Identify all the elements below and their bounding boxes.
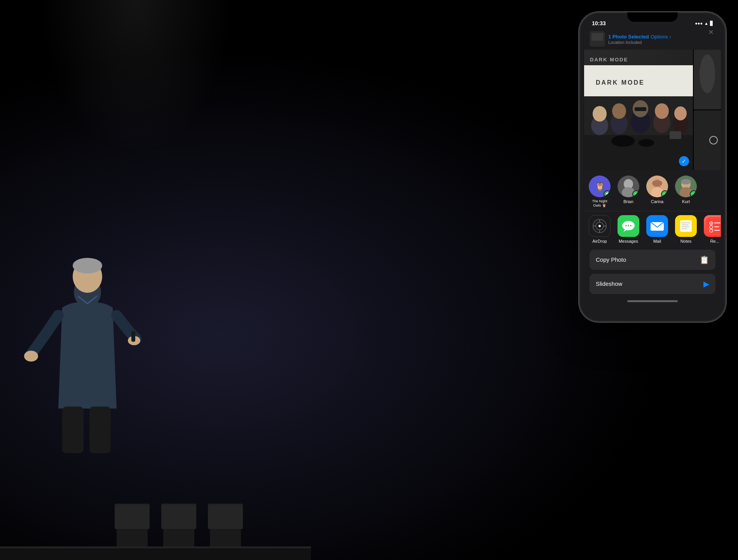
- app-label-mail: Mail: [653, 239, 661, 243]
- status-time: 10:33: [592, 20, 606, 26]
- contact-badge-kurt: ✉: [690, 190, 697, 197]
- copy-icon: 📋: [700, 255, 709, 264]
- svg-point-67: [630, 225, 632, 226]
- share-header: 1 Photo Selected Options › Location Incl…: [584, 28, 721, 50]
- stage-furniture: [0, 447, 311, 560]
- svg-point-1: [24, 351, 38, 362]
- svg-rect-81: [714, 226, 719, 227]
- app-airdrop[interactable]: AirDrop: [588, 215, 611, 243]
- app-label-messages: Messages: [619, 239, 638, 243]
- svg-rect-14: [161, 506, 196, 529]
- contact-name-brian: Brian: [623, 199, 633, 204]
- svg-rect-75: [682, 228, 687, 229]
- wifi-icon: ▲: [704, 21, 708, 26]
- svg-rect-74: [682, 226, 689, 227]
- svg-point-78: [711, 223, 712, 224]
- contact-badge-night-owls: 💬: [604, 190, 611, 197]
- svg-rect-6: [62, 407, 84, 453]
- svg-point-61: [598, 225, 601, 227]
- slideshow-button[interactable]: Slideshow ▶: [590, 274, 715, 294]
- svg-rect-73: [682, 224, 689, 225]
- svg-rect-11: [115, 506, 150, 529]
- location-included: Location Included: [608, 40, 671, 45]
- svg-rect-72: [682, 223, 690, 223]
- share-title-row: 1 Photo Selected Options › Location Incl…: [590, 31, 715, 47]
- app-notes[interactable]: Notes: [674, 215, 698, 243]
- svg-point-5: [73, 258, 102, 273]
- airdrop-icon: [589, 215, 611, 237]
- battery-icon: ▊: [710, 21, 713, 26]
- close-button[interactable]: ✕: [708, 28, 714, 37]
- contact-name-kurt: Kurt: [682, 199, 690, 204]
- copy-photo-label: Copy Photo: [596, 256, 626, 263]
- photo-count: 1 Photo Selected: [608, 34, 649, 40]
- contact-avatar-brian: ✉: [618, 176, 639, 197]
- play-icon: ▶: [703, 279, 709, 289]
- svg-point-66: [628, 225, 629, 226]
- contacts-row: 🦉 💬 The NightOwls 🦉: [584, 170, 721, 211]
- app-mail[interactable]: Mail: [646, 215, 669, 243]
- svg-rect-7: [89, 407, 111, 453]
- contact-brian[interactable]: ✉ Brian: [617, 176, 640, 208]
- contact-name-carina: Carina: [651, 199, 663, 204]
- photo-selected-check[interactable]: ✓: [679, 156, 689, 166]
- contact-avatar-night-owls: 🦉 💬: [589, 176, 611, 197]
- apps-row: AirDrop Messages: [584, 211, 721, 247]
- app-label-airdrop: AirDrop: [592, 239, 607, 243]
- action-buttons: Copy Photo 📋 Slideshow ▶: [584, 247, 721, 297]
- svg-rect-76: [706, 217, 721, 235]
- photo-strip: DARK MODE DARK MODE: [584, 50, 721, 170]
- svg-rect-71: [680, 220, 692, 232]
- app-label-reminders: Re...: [710, 239, 719, 243]
- photo-side-strip: [694, 50, 721, 170]
- svg-point-33: [655, 103, 669, 119]
- side-photo-1[interactable]: [694, 50, 721, 110]
- svg-rect-20: [591, 33, 603, 41]
- signal-icon: ●●●: [695, 21, 703, 26]
- svg-rect-3: [131, 331, 135, 342]
- app-messages[interactable]: Messages: [617, 215, 640, 243]
- svg-point-53: [681, 179, 691, 184]
- svg-rect-31: [635, 107, 646, 111]
- contact-badge-carina: ✉: [661, 190, 668, 197]
- svg-point-35: [674, 106, 687, 120]
- contact-badge-brian: ✉: [632, 190, 639, 197]
- svg-point-26: [593, 106, 607, 122]
- iphone-notch: [627, 12, 678, 22]
- app-reminders[interactable]: Re...: [703, 215, 721, 243]
- options-link[interactable]: Options ›: [651, 34, 671, 40]
- svg-rect-79: [714, 223, 721, 223]
- status-icons: ●●● ▲ ▊: [695, 21, 713, 26]
- unselect-circle[interactable]: [709, 136, 718, 144]
- svg-rect-17: [208, 506, 243, 529]
- svg-point-28: [612, 103, 626, 119]
- contact-avatar-kurt: ✉: [675, 176, 697, 197]
- svg-rect-38: [670, 131, 681, 139]
- svg-rect-24: [584, 135, 693, 170]
- scroll-indicator: [627, 300, 678, 302]
- share-thumbnail: [590, 31, 605, 47]
- app-label-notes: Notes: [680, 239, 692, 243]
- side-photo-2[interactable]: [694, 110, 721, 170]
- contact-avatar-carina: ✉: [646, 176, 668, 197]
- contact-night-owls[interactable]: 🦉 💬 The NightOwls 🦉: [588, 176, 611, 208]
- group-photo: DARK MODE: [584, 65, 693, 170]
- dark-mode-label: DARK MODE: [590, 57, 628, 63]
- svg-point-48: [652, 180, 662, 186]
- svg-text:🦉: 🦉: [595, 181, 605, 191]
- main-photo[interactable]: DARK MODE DARK MODE: [584, 50, 693, 170]
- svg-rect-18: [0, 546, 311, 548]
- iphone-screen: 10:33 ●●● ▲ ▊ ✕: [584, 17, 721, 317]
- notes-icon: [675, 215, 697, 237]
- svg-rect-8: [0, 548, 311, 560]
- reminders-icon: [704, 215, 721, 237]
- svg-text:DARK MODE: DARK MODE: [596, 79, 645, 86]
- svg-point-40: [700, 54, 715, 93]
- iphone-frame: 10:33 ●●● ▲ ▊ ✕: [579, 12, 726, 322]
- contact-kurt[interactable]: ✉ Kurt: [674, 176, 698, 208]
- copy-photo-button[interactable]: Copy Photo 📋: [590, 250, 715, 270]
- speaker-figure: [23, 222, 152, 455]
- svg-point-37: [639, 139, 654, 147]
- contact-carina[interactable]: ✉ Carina: [646, 176, 669, 208]
- slideshow-label: Slideshow: [596, 280, 622, 287]
